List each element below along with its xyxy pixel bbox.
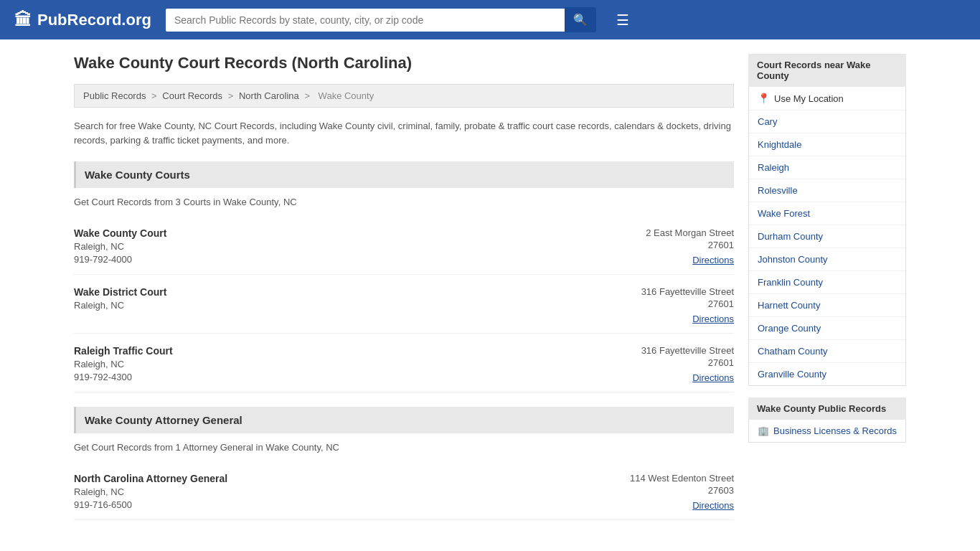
court-location-2: Raleigh, NC (74, 300, 166, 311)
breadcrumb-court-records[interactable]: Court Records (162, 90, 222, 101)
court-right-1: 2 East Morgan Street 27601 Directions (646, 227, 734, 265)
court-left-1: Wake County Court Raleigh, NC 919-792-40… (74, 227, 166, 265)
court-name-1: Wake County Court (74, 227, 166, 239)
site-logo[interactable]: 🏛 PubRecord.org (14, 10, 151, 30)
nearby-item-johnston-county[interactable]: Johnston County (749, 248, 905, 271)
attorney-section-desc: Get Court Records from 1 Attorney Genera… (74, 442, 734, 453)
directions-link-3[interactable]: Directions (692, 372, 734, 383)
attorney-directions-link-1[interactable]: Directions (692, 500, 734, 511)
court-entry-1: Wake County Court Raleigh, NC 919-792-40… (74, 219, 734, 275)
court-name-3: Raleigh Traffic Court (74, 345, 173, 357)
menu-button[interactable]: ☰ (611, 9, 635, 32)
nearby-item-orange-county[interactable]: Orange County (749, 317, 905, 340)
nearby-item-granville-county[interactable]: Granville County (749, 363, 905, 385)
courts-section: Wake County Courts Get Court Records fro… (74, 161, 734, 392)
page-description: Search for free Wake County, NC Court Re… (74, 119, 734, 147)
nearby-list: 📍 Use My Location Cary Knightdale Raleig… (748, 87, 906, 386)
court-address1-3: 316 Fayetteville Street (641, 345, 734, 356)
nearby-item-raleigh[interactable]: Raleigh (749, 156, 905, 179)
site-header: 🏛 PubRecord.org 🔍 ☰ (0, 0, 980, 39)
page-title: Wake County Court Records (North Carolin… (74, 54, 734, 72)
court-phone-3: 919-792-4300 (74, 372, 173, 382)
search-bar: 🔍 (166, 7, 596, 32)
court-address1-2: 316 Fayetteville Street (641, 286, 734, 297)
nearby-item-harnett-county[interactable]: Harnett County (749, 294, 905, 317)
nearby-item-franklin-county[interactable]: Franklin County (749, 271, 905, 294)
use-location-item[interactable]: 📍 Use My Location (749, 87, 905, 110)
nearby-item-knightdale[interactable]: Knightdale (749, 133, 905, 156)
main-container: Wake County Court Records (North Carolin… (60, 39, 920, 549)
court-left-2: Wake District Court Raleigh, NC (74, 286, 166, 324)
court-address2-1: 27601 (646, 240, 734, 250)
court-location-1: Raleigh, NC (74, 241, 166, 252)
nearby-item-wake-forest[interactable]: Wake Forest (749, 202, 905, 225)
attorney-location-1: Raleigh, NC (74, 486, 227, 497)
courts-section-desc: Get Court Records from 3 Courts in Wake … (74, 197, 734, 207)
main-content: Wake County Court Records (North Carolin… (74, 54, 734, 534)
attorney-name-1: North Carolina Attorney General (74, 473, 227, 484)
court-entry-2: Wake District Court Raleigh, NC 316 Faye… (74, 278, 734, 334)
nearby-section-title: Court Records near Wake County (748, 54, 906, 87)
attorney-left-1: North Carolina Attorney General Raleigh,… (74, 473, 227, 511)
logo-icon: 🏛 (14, 10, 32, 30)
breadcrumb-wake-county: Wake County (319, 90, 374, 101)
sidebar: Court Records near Wake County 📍 Use My … (748, 54, 906, 534)
public-records-section-title: Wake County Public Records (748, 397, 906, 420)
attorney-phone-1: 919-716-6500 (74, 499, 227, 510)
public-records-item-business[interactable]: 🏢 Business Licenses & Records (749, 420, 905, 442)
court-address2-3: 27601 (641, 357, 734, 368)
attorney-right-1: 114 West Edenton Street 27603 Directions (630, 473, 734, 511)
location-icon: 📍 (758, 93, 770, 104)
nearby-item-chatham-county[interactable]: Chatham County (749, 340, 905, 363)
court-left-3: Raleigh Traffic Court Raleigh, NC 919-79… (74, 345, 173, 383)
use-location-label: Use My Location (774, 93, 844, 104)
court-name-2: Wake District Court (74, 286, 166, 298)
court-right-3: 316 Fayetteville Street 27601 Directions (641, 345, 734, 383)
search-icon: 🔍 (573, 14, 588, 26)
public-records-list: 🏢 Business Licenses & Records (748, 420, 906, 443)
breadcrumb-public-records[interactable]: Public Records (83, 90, 146, 101)
attorney-section: Wake County Attorney General Get Court R… (74, 407, 734, 520)
nearby-item-durham-county[interactable]: Durham County (749, 225, 905, 248)
breadcrumb: Public Records > Court Records > North C… (74, 84, 734, 108)
nearby-item-cary[interactable]: Cary (749, 110, 905, 133)
breadcrumb-north-carolina[interactable]: North Carolina (239, 90, 299, 101)
attorney-address1-1: 114 West Edenton Street (630, 473, 734, 484)
attorney-address2-1: 27603 (630, 485, 734, 496)
court-right-2: 316 Fayetteville Street 27601 Directions (641, 286, 734, 324)
menu-icon: ☰ (616, 12, 629, 28)
attorney-section-header: Wake County Attorney General (74, 407, 734, 433)
search-button[interactable]: 🔍 (565, 7, 596, 32)
logo-text: PubRecord.org (37, 11, 151, 29)
directions-link-1[interactable]: Directions (692, 255, 734, 265)
court-address1-1: 2 East Morgan Street (646, 227, 734, 238)
business-records-label: Business Licenses & Records (773, 425, 897, 436)
court-address2-2: 27601 (641, 298, 734, 309)
search-input[interactable] (166, 9, 565, 32)
directions-link-2[interactable]: Directions (692, 314, 734, 324)
courts-section-header: Wake County Courts (74, 161, 734, 188)
court-location-3: Raleigh, NC (74, 359, 173, 369)
attorney-entry-1: North Carolina Attorney General Raleigh,… (74, 464, 734, 520)
court-phone-1: 919-792-4000 (74, 254, 166, 265)
court-entry-3: Raleigh Traffic Court Raleigh, NC 919-79… (74, 336, 734, 392)
building-icon: 🏢 (758, 425, 769, 436)
nearby-item-rolesville[interactable]: Rolesville (749, 179, 905, 202)
